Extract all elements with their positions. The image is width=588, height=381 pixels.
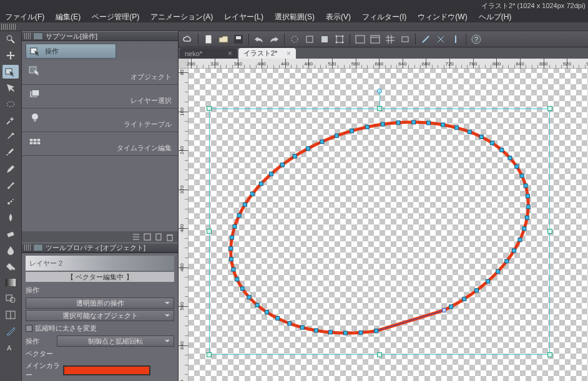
svg-rect-90 [276,316,280,320]
menu-options-icon[interactable] [143,233,152,241]
save-icon[interactable] [232,33,245,46]
menu-help[interactable]: ヘルプ(H) [479,12,512,22]
menu-edit[interactable]: 編集(E) [56,12,81,22]
toolbox: A [0,31,22,381]
new-file-icon[interactable] [202,33,215,46]
svg-rect-76 [512,249,516,253]
new-icon[interactable] [154,233,163,241]
snap-grid-icon[interactable] [449,33,463,46]
panel-tabicon[interactable] [33,244,43,251]
svg-rect-83 [375,329,378,333]
menu-anim[interactable]: アニメーション(A) [150,12,213,22]
canvas-border-icon[interactable] [353,33,367,46]
tool-blend[interactable] [2,243,19,257]
svg-point-42 [342,35,344,37]
horizontal-ruler: 2803203604004404805205606006406807207608… [189,59,588,69]
tool-wand[interactable] [2,113,19,127]
tool-text[interactable]: A [2,340,19,354]
tool-eraser[interactable] [2,227,19,241]
canvas[interactable]: 2803203604004404805205606006406807207608… [179,59,588,381]
svg-line-4 [7,121,10,124]
svg-rect-71 [526,194,529,198]
svg-rect-63 [468,130,471,133]
svg-rect-111 [350,129,354,133]
svg-point-12 [10,297,15,302]
transform-icon[interactable] [333,33,346,46]
chk-scale-thickness[interactable] [26,325,32,332]
svg-rect-102 [243,203,247,206]
maincolor-swatch[interactable] [63,365,150,375]
tool-figure[interactable] [2,292,19,306]
erase-icon[interactable] [288,33,301,46]
svg-rect-79 [486,279,490,283]
menu-filter[interactable]: フィルター(I) [362,12,406,22]
tool-layermove[interactable] [2,81,19,95]
svg-rect-59 [412,120,416,124]
open-file-icon[interactable] [217,33,230,46]
svg-rect-67 [508,156,512,160]
tool-gradient[interactable] [2,276,19,289]
snap-special-icon[interactable] [434,33,448,46]
redo-icon[interactable] [267,33,281,46]
tool-marquee[interactable] [2,97,19,111]
svg-rect-66 [500,148,504,152]
tool-pencil[interactable] [2,162,19,176]
snap-ruler-icon[interactable] [419,33,433,46]
help-icon[interactable]: ? [469,33,483,46]
svg-rect-20 [32,90,39,96]
tab-neko[interactable]: neko*× [180,48,237,59]
svg-rect-105 [269,172,273,176]
grip-icon [9,24,16,30]
clear-icon[interactable] [303,33,316,46]
menu-window[interactable]: ウィンドウ(W) [418,12,467,22]
fill-sel-icon[interactable] [318,33,331,46]
subtool-group-selector[interactable]: 操作 [26,44,116,59]
tool-airbrush[interactable] [2,195,19,208]
tool-move[interactable] [2,49,19,62]
tool-brush[interactable] [2,178,19,192]
tab-close-icon[interactable]: × [287,49,291,58]
svg-point-21 [32,113,38,120]
svg-line-1 [11,40,14,43]
tool-operation[interactable] [2,65,19,79]
svg-rect-40 [336,36,343,42]
vector-path[interactable] [189,69,588,381]
subtool-timeline[interactable]: タイムライン編集 [22,132,178,156]
canvas-ruler-icon[interactable] [368,33,382,46]
menu-select[interactable]: 選択範囲(S) [275,12,315,22]
subtool-lighttable[interactable]: ライトテーブル [22,109,178,132]
trash-icon[interactable] [165,233,174,241]
menu-file[interactable]: ファイル(F) [5,12,44,22]
snap-toggle-icon[interactable] [398,33,412,46]
tab-close-icon[interactable]: × [228,49,232,58]
qa-cloud-icon[interactable] [181,33,195,46]
menu-layer[interactable]: レイヤー(L) [224,12,263,22]
tool-zoom[interactable] [2,32,19,46]
svg-rect-46 [371,36,380,43]
svg-rect-95 [235,277,239,281]
tool-eyedropper[interactable] [2,130,19,143]
tool-pen[interactable] [2,146,19,160]
op-section-label: 操作 [22,284,178,296]
subtool-object[interactable]: オブジェクト [22,61,178,85]
tool-fill[interactable] [2,259,19,273]
menu-page[interactable]: ページ管理(P) [92,12,139,22]
window-title: イラスト2* (1024 x 1024px 72dpi) [481,1,586,11]
panel-tabicon[interactable] [33,32,43,40]
tool-frame[interactable] [2,308,19,322]
drop-transparent-op[interactable]: 透明箇所の操作 [26,297,174,309]
subtool-layerselect[interactable]: レイヤー選択 [22,85,178,109]
tab-illust2[interactable]: イラスト2*× [238,48,296,59]
canvas-grid-icon[interactable] [383,33,397,46]
svg-text:?: ? [474,36,478,43]
menu-list-icon[interactable] [132,233,140,241]
tool-ruler[interactable] [2,324,19,338]
svg-rect-10 [6,279,16,286]
tool-deco[interactable] [2,211,19,224]
undo-icon[interactable] [252,33,266,46]
drop-ctrlpt-scale-rotate[interactable]: 制御点と拡縮回転 [57,335,174,347]
drop-selectable-obj[interactable]: 選択可能なオブジェクト [26,310,174,321]
svg-rect-57 [381,122,385,126]
menu-view[interactable]: 表示(V) [326,12,351,22]
svg-point-7 [12,199,14,200]
